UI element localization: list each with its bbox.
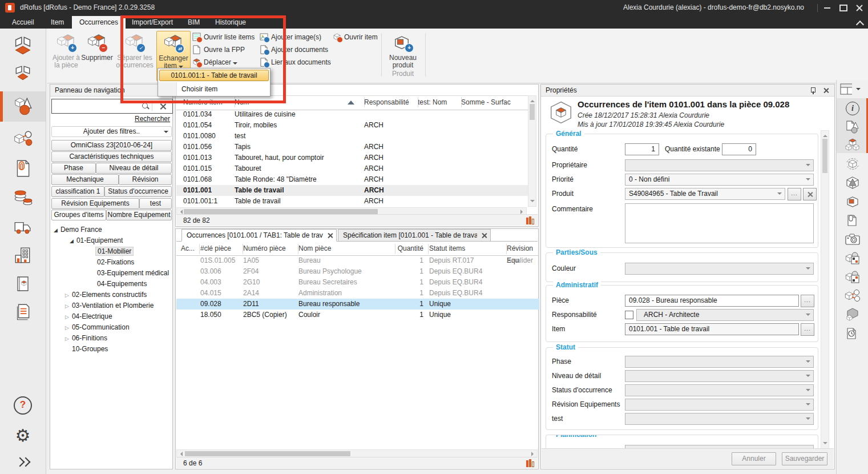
filter-niveau[interactable]: Niveau de détail	[96, 163, 172, 174]
tool-item-spec[interactable]	[841, 119, 864, 135]
exchange-option-current[interactable]: 0101.001:1 - Table de travail	[159, 70, 269, 81]
test-dropdown[interactable]	[625, 413, 814, 425]
sidebar-expand-button[interactable]	[0, 449, 46, 474]
move-button[interactable]: Déplacer	[192, 57, 237, 68]
sidebar-item-systems[interactable]	[0, 126, 46, 153]
occurrence-row[interactable]: 01S.01.0051A05Bureau1Depuis RT.017A vali…	[176, 255, 535, 266]
tab-import-export[interactable]: Import/Export	[124, 16, 180, 29]
close-button[interactable]	[851, 0, 868, 16]
tree-node-finitions[interactable]: 06-Finitions	[65, 333, 107, 344]
minimize-button[interactable]	[818, 0, 835, 16]
expander-closed-icon[interactable]	[65, 291, 72, 299]
add-filters-dropdown[interactable]: Ajouter des filtres..	[51, 126, 172, 137]
clear-search-icon[interactable]	[160, 103, 167, 110]
sidebar-item-rooms[interactable]	[0, 33, 46, 61]
pin-icon[interactable]	[810, 87, 816, 94]
filter-revision[interactable]: Révision	[119, 174, 172, 185]
sidebar-item-help[interactable]	[0, 392, 46, 419]
search-icon[interactable]	[142, 102, 150, 110]
item-row[interactable]: 0101.034Utilitaires de cuisine	[176, 109, 528, 120]
item-input[interactable]: 0101.001 - Table de travail	[625, 323, 799, 335]
expander-open-icon[interactable]	[54, 226, 60, 234]
filter-caracteristiques[interactable]: Caractéristiques techniques	[51, 151, 172, 162]
col-responsabilite[interactable]: Responsabilité	[364, 96, 418, 109]
item-row[interactable]: 0101.054Tiroir, mobilesARCH	[176, 120, 528, 131]
sidebar-item-reports[interactable]	[0, 299, 46, 327]
product-browse-button[interactable]: ...	[788, 188, 801, 200]
tool-3d-view[interactable]	[841, 175, 864, 191]
product-clear-button[interactable]	[803, 188, 817, 200]
column-chooser-icon[interactable]	[526, 459, 534, 467]
search-link[interactable]: Rechercher	[135, 115, 170, 123]
occurrence-row[interactable]: 04.0032G10Bureau Secretaires1Depuis EQ.B…	[176, 277, 535, 288]
detail-level-dropdown[interactable]	[625, 370, 814, 382]
link-documents-button[interactable]: Lier aux documents	[260, 57, 331, 68]
tree-node-electrique[interactable]: 04-Electrique	[65, 311, 112, 322]
col-numero-item[interactable]: Numéro item	[183, 96, 235, 109]
tab-historique[interactable]: Historique	[208, 16, 253, 29]
col-somme-surface[interactable]: Somme - Surfac	[461, 96, 528, 109]
tree-node-elements-constructifs[interactable]: 02-Elements constructifs	[65, 290, 147, 300]
add-images-button[interactable]: Ajouter image(s)	[260, 31, 321, 43]
open-fpp-button[interactable]: Ouvre la FPP	[192, 44, 245, 55]
occurrence-row[interactable]: 03.0062F04Bureau Psychologue1Depuis EQ.B…	[176, 266, 535, 277]
open-item-list-button[interactable]: Ouvrir liste items	[192, 31, 255, 43]
item-row[interactable]: 0101.001:1Table de travailARCH	[176, 196, 528, 207]
filter-status-occurrence[interactable]: Status d'occurrence	[104, 186, 172, 197]
search-input[interactable]	[51, 99, 173, 114]
item-row[interactable]: 0101.013Tabouret, haut, pour comptoirARC…	[176, 152, 528, 163]
item-row[interactable]: 0101.0080test	[176, 131, 528, 142]
quantity-input[interactable]: 1	[625, 143, 659, 155]
tab-occurrences-detail[interactable]: Occurrences [0101.001 / TAB1: Table de t…	[181, 229, 337, 242]
existing-quantity-input[interactable]: 0	[722, 143, 756, 155]
occurrence-status-dropdown[interactable]	[625, 384, 814, 396]
owner-dropdown[interactable]	[625, 159, 814, 171]
filter-nombre-equipement[interactable]: Nombre Equipement	[106, 210, 172, 220]
add-documents-button[interactable]: Ajouter documents	[260, 44, 328, 55]
tool-systems[interactable]	[841, 288, 864, 304]
occurrence-row-selected[interactable]: 09.0282D11Bureau responsable1Unique	[176, 299, 539, 310]
phase-dropdown[interactable]	[625, 356, 814, 368]
responsibility-dropdown[interactable]: ARCH - Architecte	[636, 309, 814, 321]
expander-closed-icon[interactable]	[65, 334, 72, 342]
tree-node-demo-france[interactable]: Demo France	[54, 224, 102, 235]
room-input[interactable]: 09.028 - Bureau responsable	[625, 295, 799, 307]
occurrence-row[interactable]: 04.0152A14Administration1Depuis EQ.BUR4	[176, 288, 535, 299]
sidebar-item-logistics[interactable]	[0, 214, 46, 241]
tree-node-mobilier[interactable]: 01-Mobilier	[97, 246, 134, 257]
comment-textarea[interactable]	[625, 203, 814, 243]
expander-open-icon[interactable]	[70, 236, 76, 244]
occurrences-horizontal-scrollbar[interactable]	[176, 449, 538, 457]
tool-classification-b[interactable]	[841, 269, 864, 285]
sidebar-item-buildings[interactable]	[0, 242, 46, 270]
tab-item[interactable]: Item	[43, 16, 71, 29]
tool-rotate-item[interactable]	[841, 156, 864, 172]
tab-specification-item[interactable]: Spécification item [0101.001 - Table de …	[338, 229, 491, 242]
product-dropdown[interactable]: S49084965 - Table de Travail	[625, 188, 785, 200]
panel-layout-button[interactable]	[840, 82, 861, 96]
separate-occurrences-button[interactable]: Séparer les occurrences	[118, 31, 151, 80]
tree-node-ventilation[interactable]: 03-Ventilation et Plomberie	[65, 300, 154, 311]
tab-bim[interactable]: BIM	[180, 16, 207, 29]
item-row[interactable]: 0101.015TabouretARCH	[176, 163, 528, 174]
expander-closed-icon[interactable]	[65, 323, 72, 331]
filter-phase[interactable]: Phase	[51, 163, 96, 174]
close-properties-icon[interactable]	[823, 88, 829, 93]
collapse-ribbon-icon[interactable]	[857, 19, 863, 26]
tree-node-fixations[interactable]: 02-Fixations	[97, 257, 134, 268]
close-tab-icon[interactable]	[482, 233, 487, 238]
tool-product[interactable]	[841, 194, 864, 210]
tool-occurrences[interactable]	[841, 137, 864, 153]
items-vertical-scrollbar[interactable]	[528, 95, 536, 207]
sidebar-item-documents[interactable]	[0, 155, 46, 183]
tree-node-groupes[interactable]: 10-Groupes	[72, 344, 108, 355]
item-row-selected[interactable]: 0101.001Table de travailARCH	[176, 185, 528, 196]
item-browse-button[interactable]: ...	[801, 323, 814, 336]
filter-test[interactable]: test	[139, 198, 172, 209]
item-row[interactable]: 0101.056TapisARCH	[176, 142, 528, 152]
exchange-option-choose[interactable]: Choisir item	[158, 82, 270, 96]
filter-omniclass[interactable]: OmniClass 23[2010-06-24]	[51, 140, 172, 151]
filter-groupes-items[interactable]: Groupes d'items	[51, 210, 106, 220]
revision-dropdown[interactable]	[625, 399, 814, 411]
item-row[interactable]: 0101.068Table Ronde: 48 "DiamètreARCH	[176, 174, 528, 185]
